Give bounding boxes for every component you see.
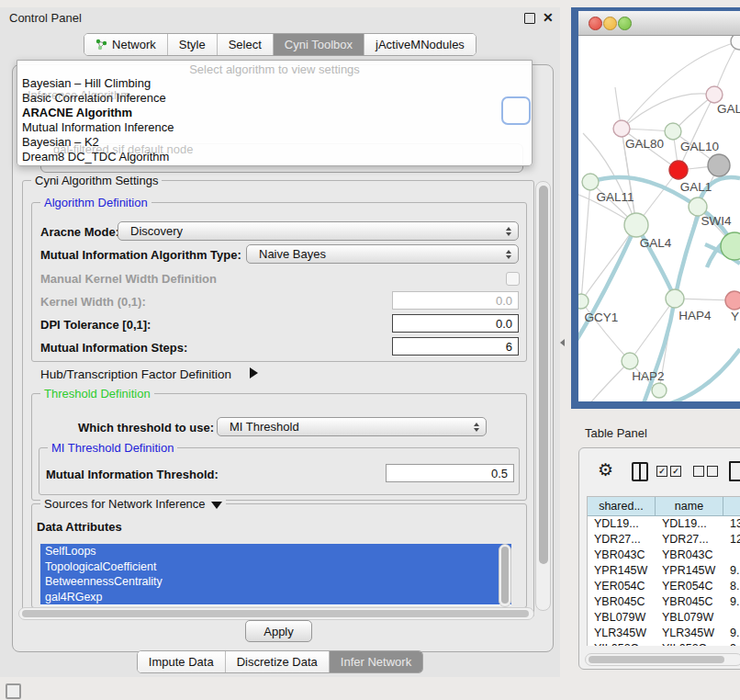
table-cell[interactable]: YDL19... [588, 516, 656, 532]
kernel-width-field[interactable]: 0.0 [392, 291, 519, 310]
table-cell[interactable]: YER054C [656, 579, 723, 594]
table-cell[interactable]: YDR27... [656, 532, 723, 548]
table-cell[interactable]: YIL052C [656, 641, 723, 646]
settings-vertical-scrollbar[interactable] [535, 181, 551, 611]
attribute-item-selfloops[interactable]: SelfLoops [40, 544, 511, 559]
table-cell[interactable]: YLR345W [588, 626, 656, 641]
table-row[interactable]: YIL052CYIL052C9 [588, 641, 740, 646]
apply-button[interactable]: Apply [245, 620, 312, 642]
expand-right-icon[interactable] [250, 367, 258, 378]
table-horizontal-scrollbar-thumb[interactable] [589, 656, 724, 663]
attributes-scrollbar[interactable] [499, 544, 511, 607]
table-cell[interactable]: 9. [723, 594, 740, 610]
table-cell[interactable]: YBL079W [588, 610, 656, 626]
mi-type-combo[interactable]: Naive Bayes [246, 244, 519, 264]
divider-collapse-icon[interactable] [560, 339, 565, 346]
close-traffic-light-icon[interactable] [589, 17, 602, 30]
tab-jactivemnodules[interactable]: jActiveMNodules [364, 34, 476, 55]
mi-threshold-field[interactable]: 0.5 [386, 464, 514, 482]
close-icon[interactable]: ✕ [543, 10, 554, 25]
table-horizontal-scrollbar[interactable] [585, 653, 740, 666]
network-node-swi4[interactable] [689, 198, 707, 216]
table-cell[interactable]: 9. [723, 626, 740, 641]
mi-steps-field[interactable]: 6 [392, 337, 519, 356]
which-threshold-combo[interactable]: MI Threshold [217, 417, 487, 436]
gear-icon[interactable]: ⚙ [598, 461, 613, 479]
table-cell[interactable]: 9. [723, 563, 740, 579]
settings-horizontal-scrollbar[interactable] [18, 607, 534, 620]
settings-vertical-scrollbar-thumb[interactable] [539, 186, 548, 564]
table-cell[interactable]: YER054C [588, 579, 656, 594]
table-row[interactable]: YLR345WYLR345W9. [588, 626, 740, 641]
minimized-panel-icon[interactable] [6, 683, 21, 699]
table-cell[interactable]: YLR345W [656, 626, 723, 641]
network-node-y[interactable] [725, 291, 740, 310]
tab-network[interactable]: Network [84, 34, 168, 55]
document-icon[interactable] [729, 461, 740, 481]
settings-horizontal-scrollbar-thumb[interactable] [22, 610, 529, 617]
dpi-tolerance-field[interactable]: 0.0 [392, 314, 519, 333]
algorithm-option-mutual-information-inference[interactable]: Mutual Information Inference [17, 120, 532, 135]
minimize-traffic-light-icon[interactable] [603, 17, 617, 30]
table-cell[interactable]: YBR043C [656, 548, 723, 563]
table-cell[interactable]: 8. [723, 579, 740, 594]
table-cell[interactable]: 9 [723, 641, 740, 646]
table-row[interactable]: YBL079WYBL079W [588, 610, 740, 626]
algorithm-option-aracne-algorithm[interactable]: ARACNE Algorithm [17, 106, 532, 120]
unchecked-checkbox-icon[interactable] [707, 466, 718, 477]
table-row[interactable]: YBR043CYBR043C [588, 548, 740, 563]
table-cell[interactable]: YBL079W [656, 610, 723, 626]
table-row[interactable]: YPR145WYPR145W9. [588, 563, 740, 579]
table-cell[interactable]: YDL19... [656, 516, 723, 532]
network-node-gal10[interactable] [665, 123, 681, 140]
float-panel-icon[interactable] [524, 13, 535, 24]
table-cell[interactable]: YIL052C [588, 641, 656, 646]
network-node-gal4[interactable] [624, 213, 648, 237]
network-node[interactable] [652, 383, 667, 398]
manual-kernel-checkbox[interactable] [506, 272, 520, 286]
network-node-hap2[interactable] [622, 353, 638, 369]
column-header-a[interactable]: A [723, 497, 740, 516]
tab-discretize-data[interactable]: Discretize Data [226, 651, 330, 672]
network-canvas[interactable]: GALGAL80GAL10GAL1GAL11SWI4GAL4GCY1HAP4YH… [578, 36, 740, 401]
network-node[interactable] [708, 154, 730, 176]
aracne-mode-combo[interactable]: Discovery [118, 221, 519, 241]
network-node[interactable] [721, 232, 740, 260]
zoom-traffic-light-icon[interactable] [618, 17, 632, 30]
table-row[interactable]: YDR27...YDR27...12 [588, 532, 740, 548]
table-cell[interactable]: 12 [723, 532, 740, 548]
tab-style[interactable]: Style [168, 34, 218, 55]
tab-cyni-toolbox[interactable]: Cyni Toolbox [274, 34, 364, 55]
table-row[interactable]: YBR045CYBR045C9. [588, 594, 740, 610]
sources-group-title[interactable]: Sources for Network Inference [40, 497, 226, 511]
table-cell[interactable]: 13 [723, 516, 740, 532]
table-cell[interactable] [723, 610, 740, 626]
checked-checkbox-icon[interactable]: ✓ [670, 466, 681, 477]
table-cell[interactable]: YBR045C [656, 594, 723, 610]
table-cell[interactable] [723, 548, 740, 563]
checked-checkbox-icon[interactable]: ✓ [656, 466, 667, 477]
columns-icon[interactable] [632, 462, 648, 481]
unchecked-checkbox-icon[interactable] [693, 466, 704, 477]
network-node-gal80[interactable] [613, 120, 630, 137]
network-node-gal11[interactable] [582, 174, 599, 190]
network-node-gal[interactable] [706, 86, 723, 103]
network-node-gal1[interactable] [669, 161, 688, 179]
network-node[interactable] [731, 36, 740, 50]
network-node-hap4[interactable] [666, 289, 684, 308]
tab-select[interactable]: Select [218, 34, 274, 55]
network-node-gcy1[interactable] [578, 294, 589, 309]
column-header-name[interactable]: name [656, 497, 723, 516]
network-window-titlebar[interactable] [578, 11, 740, 36]
table-cell[interactable]: YBR045C [588, 594, 656, 610]
table-row[interactable]: YER054CYER054C8. [588, 579, 740, 594]
table-cell[interactable]: YPR145W [588, 563, 656, 579]
attribute-item-gal4rgexp[interactable]: gal4RGexp [40, 590, 511, 605]
attribute-item-topologicalcoefficient[interactable]: TopologicalCoefficient [40, 559, 511, 575]
tab-infer-network[interactable]: Infer Network [330, 651, 422, 672]
table-cell[interactable]: YDR27... [588, 532, 656, 548]
table-cell[interactable]: YPR145W [656, 563, 723, 579]
table-cell[interactable]: YBR043C [588, 548, 656, 563]
hub-definition-label[interactable]: Hub/Transcription Factor Definition [40, 367, 231, 381]
column-header-shared[interactable]: shared... [588, 497, 656, 516]
